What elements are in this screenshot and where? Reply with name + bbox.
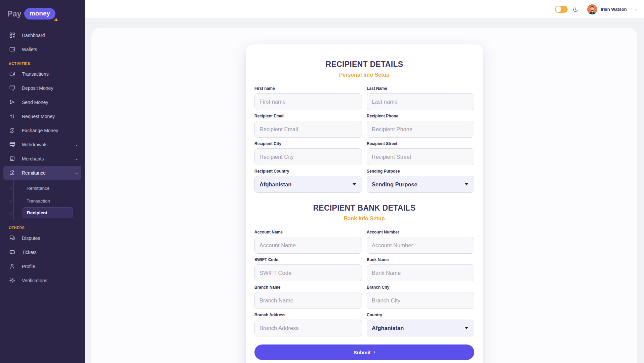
submit-label: Submit	[354, 350, 371, 355]
branch-city-input[interactable]	[367, 292, 474, 309]
sidebar-nav: Dashboard Wallets ACTIVITIES Transaction…	[0, 28, 85, 287]
field-recipient-country: Recipient Country Afghanistan	[254, 169, 362, 193]
bank-country-select[interactable]: Afghanistan	[367, 320, 474, 336]
account-name-input[interactable]	[254, 237, 362, 254]
subnav-item-recipient[interactable]: Recipient	[23, 207, 73, 218]
transactions-icon	[9, 71, 15, 77]
recipient-city-input[interactable]	[254, 148, 362, 165]
sidebar-item-withdrawals[interactable]: Withdrawals ⌄	[3, 138, 81, 151]
dark-mode-moon-icon[interactable]	[572, 6, 579, 13]
first-name-label: First name	[254, 86, 362, 91]
bank-section-title: RECIPIENT BANK DETAILS	[254, 204, 474, 213]
sidebar-item-label: Transactions	[22, 71, 49, 77]
first-name-input[interactable]	[254, 93, 362, 110]
profile-icon	[9, 263, 15, 270]
disputes-icon	[9, 235, 15, 242]
recipient-country-select[interactable]: Afghanistan	[254, 176, 362, 193]
theme-toggle[interactable]	[555, 6, 568, 13]
field-branch-address: Branch Address	[254, 313, 362, 336]
submit-button[interactable]: Submit ›	[254, 344, 474, 360]
sending-purpose-select[interactable]: Sending Purpose	[367, 176, 474, 193]
branch-name-input[interactable]	[254, 292, 362, 309]
recipient-street-input[interactable]	[367, 148, 474, 165]
subnav-item-transaction[interactable]: Transaction	[14, 194, 85, 207]
sidebar-item-request-money[interactable]: Request Money	[3, 109, 81, 123]
sidebar-item-label: Merchants	[22, 156, 44, 161]
brand-logo[interactable]: Pay money ➤	[0, 0, 85, 22]
sidebar-item-label: Request Money	[22, 114, 55, 119]
branch-address-label: Branch Address	[254, 313, 362, 317]
sidebar-item-send-money[interactable]: Send Money	[3, 95, 81, 109]
bank-name-label: Bank Name	[367, 257, 474, 262]
avatar	[587, 4, 597, 14]
field-account-number: Account Number	[367, 230, 474, 254]
app-root: Pay money ➤ Dashboard Wallets ACTIVITIES	[0, 0, 644, 363]
sidebar-item-exchange-money[interactable]: $ Exchange Money	[3, 123, 81, 137]
cursor-arrow-icon: ➤	[52, 16, 59, 24]
sidebar-item-label: Send Money	[22, 100, 48, 105]
user-menu[interactable]: Irish Watson ⌄	[587, 4, 641, 14]
field-recipient-phone: Recipient Phone	[367, 114, 474, 138]
field-branch-city: Branch City	[367, 285, 474, 309]
dashboard-icon	[9, 32, 15, 39]
user-name: Irish Watson	[601, 7, 627, 12]
swift-code-label: SWIFT Code	[254, 257, 362, 262]
personal-section-subtitle: Personal Info Setup	[254, 72, 474, 78]
recipient-email-input[interactable]	[254, 121, 362, 138]
sidebar: Pay money ➤ Dashboard Wallets ACTIVITIES	[0, 0, 85, 363]
last-name-input[interactable]	[367, 93, 474, 110]
field-first-name: First name	[254, 86, 362, 110]
subnav-item-label: Transaction	[27, 198, 50, 204]
sidebar-item-disputes[interactable]: Disputes	[3, 231, 81, 245]
sidebar-item-dashboard[interactable]: Dashboard	[3, 28, 81, 42]
svg-text:$: $	[11, 129, 13, 132]
personal-fields: First name Last Name Recipient Email	[254, 86, 474, 193]
sidebar-item-label: Tickets	[22, 250, 37, 255]
sidebar-item-label: Wallets	[22, 47, 37, 52]
bank-section-subtitle: Bank Info Setup	[254, 216, 474, 222]
caret-down-icon	[465, 327, 468, 329]
top-header: Irish Watson ⌄	[85, 0, 644, 19]
recipient-street-label: Recipient Street	[367, 141, 474, 146]
last-name-label: Last Name	[367, 86, 474, 91]
merchants-icon	[9, 155, 15, 162]
sidebar-item-profile[interactable]: Profile	[3, 259, 81, 273]
subnav-item-remittance[interactable]: Remittance	[14, 182, 85, 194]
recipient-phone-label: Recipient Phone	[367, 114, 474, 118]
select-value: Sending Purpose	[372, 181, 417, 188]
swift-code-input[interactable]	[254, 264, 362, 281]
recipient-phone-input[interactable]	[367, 121, 474, 138]
sidebar-item-deposit-money[interactable]: Deposit Money	[3, 81, 81, 95]
sidebar-item-remittance[interactable]: $ Remittance ⌄	[3, 166, 81, 180]
request-icon	[9, 113, 15, 120]
sidebar-item-label: Exchange Money	[22, 128, 58, 133]
sidebar-item-transactions[interactable]: Transactions	[3, 67, 81, 81]
recipient-form-card: RECIPIENT DETAILS Personal Info Setup Fi…	[246, 44, 483, 363]
subnav-item-label: Remittance	[27, 186, 49, 191]
withdraw-icon	[9, 141, 15, 148]
sending-purpose-label: Sending Purpose	[367, 169, 474, 174]
sidebar-item-tickets[interactable]: Tickets	[3, 245, 81, 259]
field-swift-code: SWIFT Code	[254, 257, 362, 281]
personal-section-title: RECIPIENT DETAILS	[254, 60, 474, 69]
chevron-down-icon: ⌄	[74, 142, 79, 147]
arrow-right-icon: ›	[373, 349, 375, 355]
branch-address-input[interactable]	[254, 320, 362, 336]
bank-name-input[interactable]	[367, 264, 474, 281]
sidebar-item-label: Verifications	[22, 278, 47, 283]
sidebar-item-label: Dashboard	[22, 33, 45, 38]
sidebar-item-wallets[interactable]: Wallets	[3, 42, 81, 56]
field-sending-purpose: Sending Purpose Sending Purpose	[367, 169, 474, 193]
sidebar-item-verifications[interactable]: Verifications	[3, 274, 81, 287]
field-last-name: Last Name	[367, 86, 474, 110]
brand-money-text: money	[30, 10, 50, 17]
sidebar-section-activities: ACTIVITIES	[9, 62, 85, 66]
sidebar-item-label: Deposit Money	[22, 85, 53, 91]
select-value: Afghanistan	[259, 181, 291, 188]
main-area: Irish Watson ⌄ RECIPIENT DETAILS Persona…	[85, 0, 644, 363]
recipient-country-label: Recipient Country	[254, 169, 362, 174]
sidebar-item-merchants[interactable]: Merchants ⌄	[3, 152, 81, 166]
field-recipient-email: Recipient Email	[254, 114, 362, 138]
account-number-input[interactable]	[367, 237, 474, 254]
bank-country-label: Country	[367, 313, 474, 317]
